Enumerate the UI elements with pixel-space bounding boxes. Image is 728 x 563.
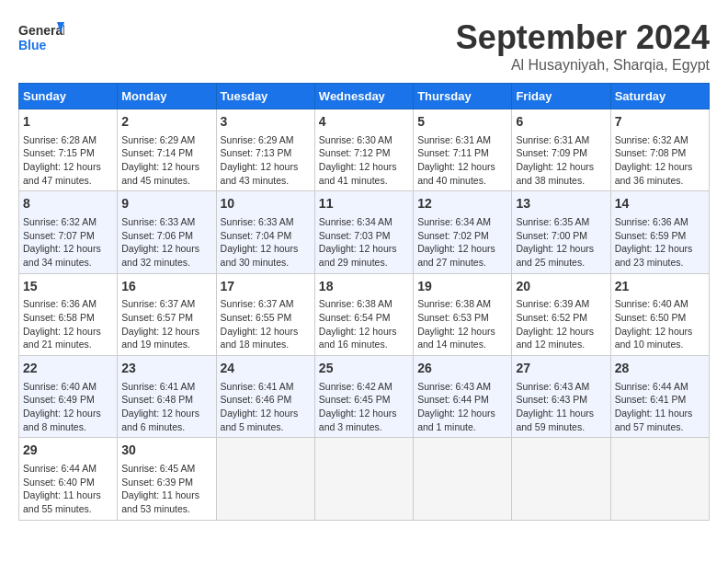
calendar-cell: 19 Sunrise: 6:38 AM Sunset: 6:53 PM Dayl… xyxy=(414,273,512,355)
sunset-text: Sunset: 6:39 PM xyxy=(121,477,193,488)
daylight-text: Daylight: 12 hours and 32 minutes. xyxy=(121,243,199,268)
sunset-text: Sunset: 7:12 PM xyxy=(319,147,391,158)
sunrise-text: Sunrise: 6:31 AM xyxy=(516,134,589,145)
calendar-cell: 17 Sunrise: 6:37 AM Sunset: 6:55 PM Dayl… xyxy=(216,273,314,355)
day-number: 25 xyxy=(319,360,409,378)
day-number: 14 xyxy=(615,195,705,213)
sunset-text: Sunset: 6:59 PM xyxy=(615,230,687,241)
col-header-thursday: Thursday xyxy=(414,84,512,109)
calendar-week-row: 29 Sunrise: 6:44 AM Sunset: 6:40 PM Dayl… xyxy=(19,438,710,520)
sunset-text: Sunset: 7:15 PM xyxy=(23,147,95,158)
day-number: 20 xyxy=(516,278,606,296)
day-number: 27 xyxy=(516,360,606,378)
daylight-text: Daylight: 12 hours and 5 minutes. xyxy=(221,408,299,432)
sunrise-text: Sunrise: 6:30 AM xyxy=(319,134,392,145)
calendar-cell: 8 Sunrise: 6:32 AM Sunset: 7:07 PM Dayli… xyxy=(19,191,118,273)
calendar-cell xyxy=(216,438,314,520)
calendar-cell: 21 Sunrise: 6:40 AM Sunset: 6:50 PM Dayl… xyxy=(610,273,709,355)
col-header-sunday: Sunday xyxy=(19,84,118,109)
sunset-text: Sunset: 6:57 PM xyxy=(121,312,193,323)
calendar-week-row: 1 Sunrise: 6:28 AM Sunset: 7:15 PM Dayli… xyxy=(19,109,710,191)
sunrise-text: Sunrise: 6:32 AM xyxy=(23,216,97,227)
calendar-cell: 28 Sunrise: 6:44 AM Sunset: 6:41 PM Dayl… xyxy=(610,356,709,438)
sunrise-text: Sunrise: 6:44 AM xyxy=(615,381,688,392)
sunrise-text: Sunrise: 6:42 AM xyxy=(319,381,392,392)
col-header-saturday: Saturday xyxy=(610,84,709,109)
sunset-text: Sunset: 7:08 PM xyxy=(615,147,687,158)
page-header: General Blue September 2024 Al Husayniya… xyxy=(18,18,710,74)
day-number: 10 xyxy=(221,195,311,213)
sunrise-text: Sunrise: 6:37 AM xyxy=(221,298,294,309)
day-number: 7 xyxy=(615,113,705,132)
sunrise-text: Sunrise: 6:39 AM xyxy=(516,298,589,309)
calendar-header-row: SundayMondayTuesdayWednesdayThursdayFrid… xyxy=(19,84,710,109)
sunrise-text: Sunrise: 6:36 AM xyxy=(615,216,688,227)
col-header-tuesday: Tuesday xyxy=(216,84,314,109)
svg-text:Blue: Blue xyxy=(18,38,47,52)
day-number: 8 xyxy=(23,195,113,213)
sunrise-text: Sunrise: 6:36 AM xyxy=(23,298,97,309)
sunrise-text: Sunrise: 6:31 AM xyxy=(417,134,491,145)
day-number: 6 xyxy=(516,113,606,132)
calendar-week-row: 15 Sunrise: 6:36 AM Sunset: 6:58 PM Dayl… xyxy=(19,273,710,355)
daylight-text: Daylight: 12 hours and 3 minutes. xyxy=(319,408,397,432)
day-number: 9 xyxy=(121,195,211,213)
calendar-cell: 9 Sunrise: 6:33 AM Sunset: 7:06 PM Dayli… xyxy=(118,191,216,273)
day-number: 11 xyxy=(319,195,409,213)
sunset-text: Sunset: 6:49 PM xyxy=(23,394,95,405)
location-title: Al Husayniyah, Sharqia, Egypt xyxy=(456,57,710,74)
day-number: 29 xyxy=(23,442,113,460)
daylight-text: Daylight: 12 hours and 25 minutes. xyxy=(516,243,594,268)
daylight-text: Daylight: 12 hours and 1 minute. xyxy=(417,408,495,432)
daylight-text: Daylight: 11 hours and 55 minutes. xyxy=(23,489,101,514)
sunrise-text: Sunrise: 6:32 AM xyxy=(615,134,688,145)
sunset-text: Sunset: 6:43 PM xyxy=(516,394,587,405)
calendar-week-row: 22 Sunrise: 6:40 AM Sunset: 6:49 PM Dayl… xyxy=(19,356,710,438)
sunrise-text: Sunrise: 6:38 AM xyxy=(319,298,392,309)
sunrise-text: Sunrise: 6:44 AM xyxy=(23,463,97,474)
sunrise-text: Sunrise: 6:35 AM xyxy=(516,216,589,227)
daylight-text: Daylight: 12 hours and 29 minutes. xyxy=(319,243,397,268)
sunset-text: Sunset: 6:48 PM xyxy=(121,394,193,405)
sunset-text: Sunset: 7:09 PM xyxy=(516,147,587,158)
calendar-cell: 11 Sunrise: 6:34 AM Sunset: 7:03 PM Dayl… xyxy=(314,191,413,273)
sunrise-text: Sunrise: 6:34 AM xyxy=(319,216,392,227)
sunrise-text: Sunrise: 6:45 AM xyxy=(121,463,195,474)
sunrise-text: Sunrise: 6:33 AM xyxy=(221,216,294,227)
calendar-cell: 4 Sunrise: 6:30 AM Sunset: 7:12 PM Dayli… xyxy=(314,109,413,191)
day-number: 17 xyxy=(221,278,311,296)
sunrise-text: Sunrise: 6:43 AM xyxy=(417,381,491,392)
calendar-cell: 14 Sunrise: 6:36 AM Sunset: 6:59 PM Dayl… xyxy=(610,191,709,273)
daylight-text: Daylight: 12 hours and 23 minutes. xyxy=(615,243,693,268)
sunrise-text: Sunrise: 6:34 AM xyxy=(417,216,491,227)
sunrise-text: Sunrise: 6:29 AM xyxy=(121,134,195,145)
daylight-text: Daylight: 12 hours and 18 minutes. xyxy=(221,326,299,350)
logo-svg: General Blue xyxy=(18,18,64,60)
col-header-monday: Monday xyxy=(118,84,216,109)
sunset-text: Sunset: 7:06 PM xyxy=(121,230,193,241)
daylight-text: Daylight: 12 hours and 10 minutes. xyxy=(615,326,693,350)
calendar-cell: 13 Sunrise: 6:35 AM Sunset: 7:00 PM Dayl… xyxy=(512,191,610,273)
calendar-cell: 25 Sunrise: 6:42 AM Sunset: 6:45 PM Dayl… xyxy=(314,356,413,438)
day-number: 22 xyxy=(23,360,113,378)
calendar-cell: 10 Sunrise: 6:33 AM Sunset: 7:04 PM Dayl… xyxy=(216,191,314,273)
daylight-text: Daylight: 12 hours and 34 minutes. xyxy=(23,243,101,268)
calendar-cell: 18 Sunrise: 6:38 AM Sunset: 6:54 PM Dayl… xyxy=(314,273,413,355)
calendar-cell xyxy=(610,438,709,520)
sunset-text: Sunset: 7:07 PM xyxy=(23,230,95,241)
calendar-cell: 22 Sunrise: 6:40 AM Sunset: 6:49 PM Dayl… xyxy=(19,356,118,438)
calendar-week-row: 8 Sunrise: 6:32 AM Sunset: 7:07 PM Dayli… xyxy=(19,191,710,273)
calendar-cell: 7 Sunrise: 6:32 AM Sunset: 7:08 PM Dayli… xyxy=(610,109,709,191)
day-number: 18 xyxy=(319,278,409,296)
daylight-text: Daylight: 12 hours and 47 minutes. xyxy=(23,161,101,186)
calendar-cell xyxy=(414,438,512,520)
calendar-cell: 15 Sunrise: 6:36 AM Sunset: 6:58 PM Dayl… xyxy=(19,273,118,355)
day-number: 19 xyxy=(417,278,507,296)
day-number: 3 xyxy=(221,113,311,132)
day-number: 1 xyxy=(23,113,113,132)
sunrise-text: Sunrise: 6:29 AM xyxy=(221,134,294,145)
day-number: 23 xyxy=(121,360,211,378)
day-number: 12 xyxy=(417,195,507,213)
sunset-text: Sunset: 6:50 PM xyxy=(615,312,687,323)
calendar-cell: 29 Sunrise: 6:44 AM Sunset: 6:40 PM Dayl… xyxy=(19,438,118,520)
